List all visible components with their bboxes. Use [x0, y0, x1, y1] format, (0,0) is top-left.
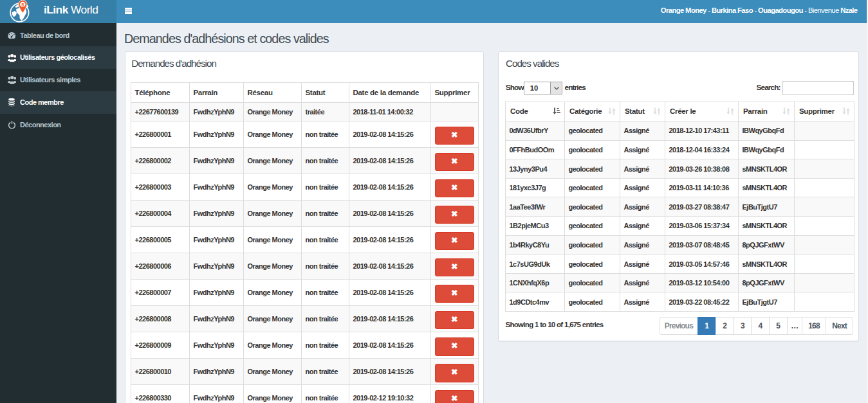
- svg-text:$: $: [21, 2, 24, 8]
